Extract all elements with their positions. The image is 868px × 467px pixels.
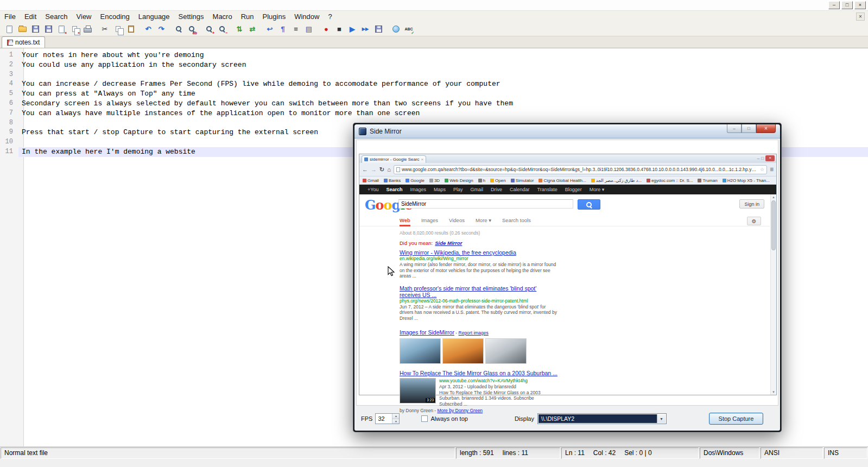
launch-in-browser-icon[interactable]	[390, 24, 402, 35]
back-icon[interactable]: ←	[362, 166, 368, 173]
save-all-icon[interactable]	[42, 24, 54, 35]
gbar-item-maps[interactable]: Maps	[430, 187, 449, 192]
menu-search[interactable]: Search	[41, 11, 72, 22]
menu-file[interactable]: File	[0, 11, 20, 22]
find-icon[interactable]	[173, 24, 185, 35]
minimize-button[interactable]: –	[727, 124, 742, 133]
menu-help[interactable]: ?	[324, 11, 336, 22]
close-file-icon[interactable]: ×	[55, 24, 67, 35]
maximize-button[interactable]: □	[742, 124, 756, 133]
replace-icon[interactable]: ab	[186, 24, 198, 35]
google-search-button[interactable]	[578, 199, 600, 210]
bookmark-item[interactable]: د طارق زكي..مصر الجد...	[591, 178, 642, 183]
maximize-button[interactable]: □	[841, 1, 853, 9]
result-title-link[interactable]: Wing mirror - Wikipedia, the free encycl…	[400, 249, 558, 256]
spell-check-icon[interactable]: ABC✓	[403, 24, 415, 35]
bookmark-item[interactable]: 3D	[429, 178, 440, 183]
bookmark-item[interactable]: Gmail	[363, 178, 379, 183]
gbar-item-translate[interactable]: Translate	[534, 187, 561, 192]
report-images-link[interactable]: Report images	[459, 330, 489, 336]
menu-plugins[interactable]: Plugins	[258, 11, 290, 22]
macro-record-icon[interactable]: ●	[320, 24, 332, 35]
result-title-link[interactable]: How To Replace The Side Mirror Glass on …	[400, 370, 558, 376]
minimize-button[interactable]: –	[757, 156, 759, 161]
bookmark-item[interactable]: h	[478, 178, 485, 183]
show-all-characters-icon[interactable]: ¶	[277, 24, 289, 35]
menu-encoding[interactable]: Encoding	[96, 11, 134, 22]
macro-play-icon[interactable]: ▶	[346, 24, 358, 35]
menu-macro[interactable]: Macro	[208, 11, 237, 22]
minimize-button[interactable]: –	[828, 1, 840, 9]
undo-icon[interactable]: ↶	[142, 24, 154, 35]
forward-icon[interactable]: →	[371, 166, 377, 173]
word-wrap-icon[interactable]: ↩	[264, 24, 276, 35]
tab-web[interactable]: Web	[400, 217, 410, 226]
browser-tab[interactable]: sidemirror - Google Searc ×	[362, 155, 426, 163]
images-title-link[interactable]: Images for SideMirror	[400, 329, 454, 336]
tab-close-icon[interactable]: ×	[421, 157, 424, 162]
gbar-item-more[interactable]: More ▾	[586, 187, 609, 192]
gbar-item-search[interactable]: Search	[382, 187, 406, 192]
cut-icon[interactable]: ✂	[99, 24, 111, 35]
fps-up-button[interactable]: ▲	[392, 414, 399, 419]
fps-stepper[interactable]: 32 ▲ ▼	[375, 413, 400, 424]
status-encoding[interactable]: ANSI	[761, 447, 823, 459]
menu-language[interactable]: Language	[134, 11, 174, 22]
menu-settings[interactable]: Settings	[174, 11, 208, 22]
macro-run-multiple-icon[interactable]: ▶▶	[359, 24, 371, 35]
sync-horizontal-icon[interactable]: ⇄	[246, 24, 258, 35]
menu-window[interactable]: Window	[290, 11, 324, 22]
close-document-button[interactable]: ×	[856, 12, 865, 21]
indent-guide-icon[interactable]: ≡	[290, 24, 302, 35]
google-search-input[interactable]	[398, 199, 573, 209]
video-thumbnail[interactable]: 3:23	[400, 378, 436, 403]
mirror-image-thumbnail[interactable]	[485, 338, 527, 364]
mirror-image-thumbnail[interactable]	[400, 338, 441, 364]
bookmark-item[interactable]: Open	[490, 178, 506, 183]
close-button[interactable]: ×	[854, 1, 866, 9]
sync-vertical-icon[interactable]: ⇅	[233, 24, 245, 35]
tab-more[interactable]: More ▾	[476, 217, 491, 223]
scrollbar-up-button[interactable]: ▲	[771, 194, 776, 200]
search-settings-button[interactable]: ⚙	[747, 217, 761, 225]
redo-icon[interactable]: ↷	[155, 24, 167, 35]
home-icon[interactable]: ⌂	[387, 166, 391, 173]
result-title-link[interactable]: Math professor's side mirror that elimin…	[400, 285, 558, 298]
maximize-button[interactable]: □	[761, 156, 764, 161]
print-icon[interactable]	[81, 24, 93, 35]
always-on-top-checkbox[interactable]	[421, 415, 428, 422]
tab-images[interactable]: Images	[421, 217, 438, 223]
save-icon[interactable]	[29, 24, 41, 35]
bookmark-item[interactable]: Truman	[698, 178, 717, 183]
fps-down-button[interactable]: ▼	[392, 419, 399, 424]
open-file-icon[interactable]	[16, 24, 28, 35]
close-all-icon[interactable]: ×	[68, 24, 80, 35]
gbar-item-play[interactable]: Play	[449, 187, 467, 192]
gbar-item-images[interactable]: Images	[406, 187, 430, 192]
browser-scrollbar[interactable]: ▲ ▼	[770, 194, 776, 395]
display-select[interactable]: \\.\DISPLAY2 ▼	[537, 413, 667, 424]
tab-notes-txt[interactable]: notes.txt	[2, 36, 45, 48]
zoom-in-icon[interactable]: +	[203, 24, 215, 35]
gbar-item-drive[interactable]: Drive	[487, 187, 506, 192]
browser-menu-icon[interactable]: ≡	[770, 166, 774, 173]
zoom-out-icon[interactable]: −	[216, 24, 228, 35]
status-eol-format[interactable]: Dos\Windows	[700, 447, 759, 459]
paste-icon[interactable]	[125, 24, 137, 35]
menu-run[interactable]: Run	[237, 11, 258, 22]
status-insert-mode[interactable]: INS	[824, 447, 867, 459]
bookmark-item[interactable]: egydoc.com :: Dr. S...	[647, 178, 693, 183]
bookmark-item[interactable]: Simulator	[511, 178, 534, 183]
sign-in-button[interactable]: Sign in	[739, 199, 764, 209]
scrollbar-down-button[interactable]: ▼	[771, 389, 776, 395]
new-file-icon[interactable]	[3, 24, 15, 35]
bookmark-item[interactable]: Web Design	[445, 178, 473, 183]
scrollbar-thumb[interactable]	[771, 200, 776, 250]
gbar-item-calendar[interactable]: Calendar	[506, 187, 534, 192]
close-button[interactable]: ×	[756, 124, 776, 133]
copy-icon[interactable]	[112, 24, 124, 35]
address-bar[interactable]: www.google.com.qa/search?tbo=d&site=&sou…	[394, 165, 767, 174]
bookmark-item[interactable]: Google	[406, 178, 425, 183]
close-button[interactable]: ×	[765, 155, 775, 161]
gbar-item-gmail[interactable]: Gmail	[467, 187, 487, 192]
